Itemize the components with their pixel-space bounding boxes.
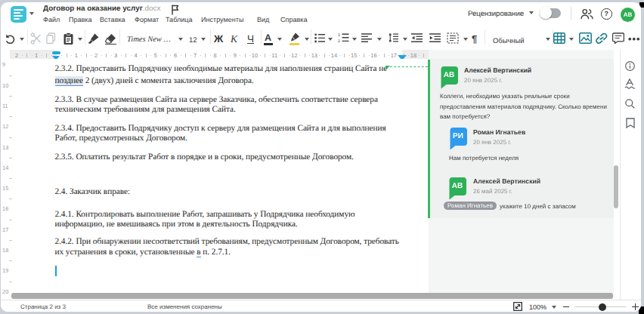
svg-text:2: 2	[338, 39, 340, 43]
svg-text:1: 1	[338, 33, 340, 38]
